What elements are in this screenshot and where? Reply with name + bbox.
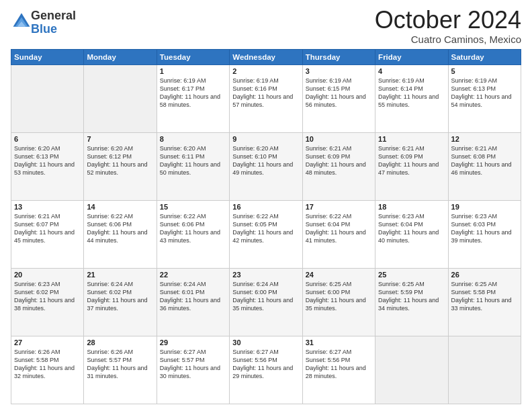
- day-info: Sunrise: 6:21 AM Sunset: 6:08 PM Dayligh…: [451, 144, 518, 177]
- day-number: 3: [306, 67, 372, 75]
- logo-blue-text: Blue: [31, 23, 76, 36]
- calendar-cell: 18Sunrise: 6:23 AM Sunset: 6:04 PM Dayli…: [375, 200, 448, 268]
- calendar-title: October 2024: [375, 7, 521, 34]
- day-number: 1: [160, 67, 226, 75]
- day-number: 25: [378, 271, 445, 279]
- day-number: 19: [451, 203, 518, 211]
- day-number: 9: [232, 135, 299, 143]
- day-number: 4: [378, 67, 445, 75]
- calendar-cell: 17Sunrise: 6:22 AM Sunset: 6:04 PM Dayli…: [302, 200, 375, 268]
- calendar-week-0: 1Sunrise: 6:19 AM Sunset: 6:17 PM Daylig…: [11, 64, 521, 132]
- calendar-cell: 31Sunrise: 6:27 AM Sunset: 5:56 PM Dayli…: [302, 336, 375, 404]
- day-number: 5: [451, 67, 518, 75]
- day-info: Sunrise: 6:27 AM Sunset: 5:57 PM Dayligh…: [160, 348, 226, 381]
- calendar-cell: 1Sunrise: 6:19 AM Sunset: 6:17 PM Daylig…: [157, 64, 229, 132]
- day-info: Sunrise: 6:19 AM Sunset: 6:13 PM Dayligh…: [451, 77, 518, 109]
- day-info: Sunrise: 6:20 AM Sunset: 6:13 PM Dayligh…: [14, 144, 81, 177]
- header-thursday: Thursday: [302, 49, 375, 64]
- day-info: Sunrise: 6:22 AM Sunset: 6:05 PM Dayligh…: [232, 212, 299, 245]
- day-info: Sunrise: 6:27 AM Sunset: 5:56 PM Dayligh…: [232, 348, 299, 381]
- calendar-cell: 16Sunrise: 6:22 AM Sunset: 6:05 PM Dayli…: [230, 200, 302, 268]
- day-number: 21: [87, 271, 153, 279]
- calendar-cell: 19Sunrise: 6:23 AM Sunset: 6:03 PM Dayli…: [448, 200, 521, 268]
- header-tuesday: Tuesday: [157, 49, 229, 64]
- day-info: Sunrise: 6:20 AM Sunset: 6:10 PM Dayligh…: [232, 144, 299, 177]
- header-friday: Friday: [375, 49, 448, 64]
- day-number: 7: [87, 135, 153, 143]
- day-info: Sunrise: 6:21 AM Sunset: 6:09 PM Dayligh…: [306, 144, 372, 177]
- calendar-cell: 30Sunrise: 6:27 AM Sunset: 5:56 PM Dayli…: [230, 336, 302, 404]
- calendar-cell: 23Sunrise: 6:24 AM Sunset: 6:00 PM Dayli…: [230, 268, 302, 336]
- logo: General Blue: [11, 9, 76, 36]
- calendar-cell: 25Sunrise: 6:25 AM Sunset: 5:59 PM Dayli…: [375, 268, 448, 336]
- day-number: 15: [160, 203, 226, 211]
- calendar-cell: 26Sunrise: 6:25 AM Sunset: 5:58 PM Dayli…: [448, 268, 521, 336]
- day-info: Sunrise: 6:20 AM Sunset: 6:11 PM Dayligh…: [160, 144, 226, 177]
- day-info: Sunrise: 6:19 AM Sunset: 6:14 PM Dayligh…: [378, 77, 445, 109]
- day-info: Sunrise: 6:22 AM Sunset: 6:06 PM Dayligh…: [87, 212, 153, 245]
- day-info: Sunrise: 6:24 AM Sunset: 6:01 PM Dayligh…: [160, 280, 226, 313]
- day-number: 11: [378, 135, 445, 143]
- day-number: 13: [14, 203, 81, 211]
- day-number: 10: [306, 135, 372, 143]
- calendar-cell: 29Sunrise: 6:27 AM Sunset: 5:57 PM Dayli…: [157, 336, 229, 404]
- calendar-cell: 3Sunrise: 6:19 AM Sunset: 6:15 PM Daylig…: [302, 64, 375, 132]
- calendar-week-3: 20Sunrise: 6:23 AM Sunset: 6:02 PM Dayli…: [11, 268, 521, 336]
- calendar-cell: 15Sunrise: 6:22 AM Sunset: 6:06 PM Dayli…: [157, 200, 229, 268]
- calendar-cell: 2Sunrise: 6:19 AM Sunset: 6:16 PM Daylig…: [230, 64, 302, 132]
- day-number: 26: [451, 271, 518, 279]
- day-number: 28: [87, 338, 153, 347]
- day-number: 24: [306, 271, 372, 279]
- day-info: Sunrise: 6:21 AM Sunset: 6:09 PM Dayligh…: [378, 144, 445, 177]
- calendar-cell: 7Sunrise: 6:20 AM Sunset: 6:12 PM Daylig…: [84, 132, 157, 200]
- calendar-cell: [84, 64, 157, 132]
- title-block: October 2024 Cuatro Caminos, Mexico: [375, 7, 521, 45]
- calendar-cell: [375, 336, 448, 404]
- day-info: Sunrise: 6:25 AM Sunset: 6:00 PM Dayligh…: [306, 280, 372, 313]
- calendar-cell: 13Sunrise: 6:21 AM Sunset: 6:07 PM Dayli…: [11, 200, 84, 268]
- calendar-cell: 12Sunrise: 6:21 AM Sunset: 6:08 PM Dayli…: [448, 132, 521, 200]
- calendar-cell: 27Sunrise: 6:26 AM Sunset: 5:58 PM Dayli…: [11, 336, 84, 404]
- day-info: Sunrise: 6:19 AM Sunset: 6:15 PM Dayligh…: [306, 77, 372, 109]
- day-info: Sunrise: 6:23 AM Sunset: 6:02 PM Dayligh…: [14, 280, 81, 313]
- day-info: Sunrise: 6:19 AM Sunset: 6:17 PM Dayligh…: [160, 77, 226, 109]
- day-info: Sunrise: 6:25 AM Sunset: 5:58 PM Dayligh…: [451, 280, 518, 313]
- day-info: Sunrise: 6:26 AM Sunset: 5:58 PM Dayligh…: [14, 348, 81, 381]
- calendar-cell: 24Sunrise: 6:25 AM Sunset: 6:00 PM Dayli…: [302, 268, 375, 336]
- day-number: 20: [14, 271, 81, 279]
- calendar-cell: 14Sunrise: 6:22 AM Sunset: 6:06 PM Dayli…: [84, 200, 157, 268]
- day-number: 27: [14, 338, 81, 347]
- day-info: Sunrise: 6:27 AM Sunset: 5:56 PM Dayligh…: [306, 348, 372, 381]
- day-number: 14: [87, 203, 153, 211]
- day-info: Sunrise: 6:22 AM Sunset: 6:06 PM Dayligh…: [160, 212, 226, 245]
- calendar-cell: 10Sunrise: 6:21 AM Sunset: 6:09 PM Dayli…: [302, 132, 375, 200]
- header-monday: Monday: [84, 49, 157, 64]
- day-info: Sunrise: 6:26 AM Sunset: 5:57 PM Dayligh…: [87, 348, 153, 381]
- day-info: Sunrise: 6:23 AM Sunset: 6:03 PM Dayligh…: [451, 212, 518, 245]
- calendar-cell: 22Sunrise: 6:24 AM Sunset: 6:01 PM Dayli…: [157, 268, 229, 336]
- logo-icon: [12, 12, 31, 31]
- calendar-table: Sunday Monday Tuesday Wednesday Thursday…: [11, 49, 521, 404]
- calendar-cell: 8Sunrise: 6:20 AM Sunset: 6:11 PM Daylig…: [157, 132, 229, 200]
- day-number: 12: [451, 135, 518, 143]
- day-number: 2: [232, 67, 299, 75]
- day-number: 17: [306, 203, 372, 211]
- day-number: 29: [160, 338, 226, 347]
- day-number: 6: [14, 135, 81, 143]
- day-info: Sunrise: 6:19 AM Sunset: 6:16 PM Dayligh…: [232, 77, 299, 109]
- calendar-cell: [11, 64, 84, 132]
- logo-general-text: General: [31, 9, 76, 23]
- calendar-cell: [448, 336, 521, 404]
- calendar-week-2: 13Sunrise: 6:21 AM Sunset: 6:07 PM Dayli…: [11, 200, 521, 268]
- day-info: Sunrise: 6:23 AM Sunset: 6:04 PM Dayligh…: [378, 212, 445, 245]
- calendar-cell: 4Sunrise: 6:19 AM Sunset: 6:14 PM Daylig…: [375, 64, 448, 132]
- header-saturday: Saturday: [448, 49, 521, 64]
- day-info: Sunrise: 6:24 AM Sunset: 6:02 PM Dayligh…: [87, 280, 153, 313]
- header-wednesday: Wednesday: [230, 49, 302, 64]
- calendar-cell: 11Sunrise: 6:21 AM Sunset: 6:09 PM Dayli…: [375, 132, 448, 200]
- header-sunday: Sunday: [11, 49, 84, 64]
- calendar-location: Cuatro Caminos, Mexico: [375, 34, 521, 45]
- calendar-week-1: 6Sunrise: 6:20 AM Sunset: 6:13 PM Daylig…: [11, 132, 521, 200]
- page-header: General Blue October 2024 Cuatro Caminos…: [11, 7, 521, 45]
- day-number: 31: [306, 338, 372, 347]
